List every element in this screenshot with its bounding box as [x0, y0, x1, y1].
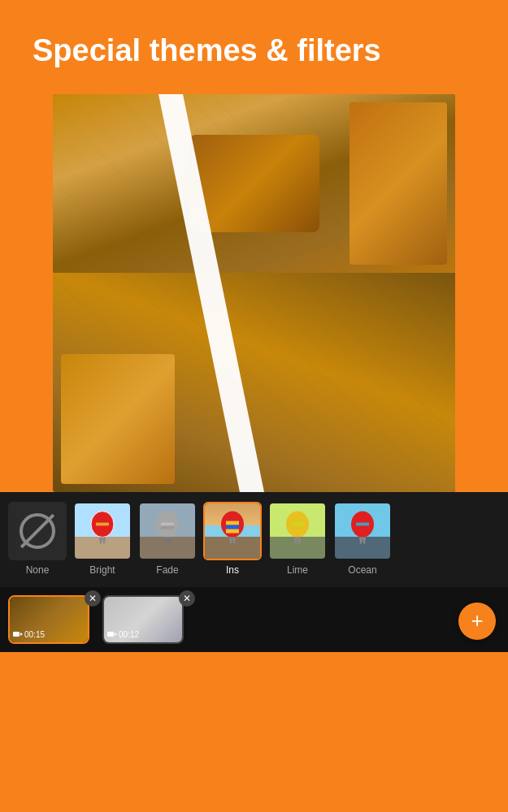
balloon-ins-icon — [218, 509, 247, 545]
balloon-fade-icon — [153, 509, 182, 545]
filter-item-ins[interactable]: Ins — [203, 502, 262, 576]
video-preview — [53, 94, 455, 492]
clip-1-thumbnail[interactable]: 00:15 — [8, 595, 89, 644]
filter-fade-label: Fade — [156, 564, 178, 576]
filter-none-thumbnail — [8, 502, 67, 560]
filter-ins-bg — [205, 503, 260, 559]
svg-rect-8 — [161, 525, 174, 529]
clip-1-wrapper: 00:15 ✕ — [8, 595, 96, 644]
svg-marker-28 — [20, 633, 23, 636]
filter-none-label: None — [26, 564, 50, 576]
timeline-strip: 00:15 ✕ 00:12 ✕ + — [0, 587, 508, 652]
svg-rect-23 — [356, 522, 369, 525]
svg-marker-4 — [99, 537, 102, 543]
balloon-bright-icon — [88, 509, 117, 545]
filter-bright-thumbnail — [73, 502, 132, 560]
svg-marker-10 — [167, 537, 171, 543]
svg-marker-26 — [363, 537, 366, 543]
filter-lime-label: Lime — [287, 564, 308, 576]
filter-ins-label: Ins — [226, 564, 239, 576]
page-title: Special themes & filters — [33, 32, 475, 70]
filter-lime-thumbnail — [268, 502, 327, 560]
video-icon — [13, 631, 23, 637]
filter-lime-bg — [270, 503, 325, 559]
clip-1-duration: 00:15 — [13, 630, 45, 639]
svg-rect-29 — [107, 632, 114, 637]
svg-rect-27 — [13, 632, 20, 637]
filter-ocean-thumbnail — [333, 502, 392, 560]
clip-2-duration: 00:12 — [107, 630, 139, 639]
clip-2-wrapper: 00:12 ✕ — [102, 595, 190, 644]
svg-marker-5 — [102, 537, 106, 543]
filter-bright-bg — [75, 503, 130, 559]
filter-fade-bg — [140, 503, 195, 559]
filter-item-fade[interactable]: Fade — [138, 502, 197, 576]
clip-2-remove-button[interactable]: ✕ — [179, 590, 195, 607]
filter-item-bright[interactable]: Bright — [73, 502, 132, 576]
filter-item-none[interactable]: None — [8, 502, 67, 576]
filter-ins-thumbnail — [203, 502, 262, 560]
filter-bar: None Bright — [0, 492, 508, 587]
clip-2-thumbnail[interactable]: 00:12 — [102, 595, 184, 644]
filter-ocean-label: Ocean — [348, 564, 376, 576]
svg-rect-12 — [226, 520, 239, 525]
filter-slash-overlay — [53, 94, 455, 492]
svg-marker-30 — [115, 633, 117, 636]
video-background — [53, 94, 455, 492]
balloon-ocean-icon — [348, 509, 377, 545]
add-clip-button[interactable]: + — [458, 603, 496, 640]
svg-rect-18 — [291, 522, 304, 525]
svg-rect-13 — [226, 525, 239, 529]
filter-ocean-bg — [335, 503, 390, 559]
svg-rect-19 — [291, 525, 304, 529]
svg-marker-9 — [164, 537, 167, 543]
header-section: Special themes & filters — [0, 0, 508, 86]
filter-scroll-container: None Bright — [8, 502, 500, 579]
svg-marker-21 — [297, 537, 301, 543]
filter-item-lime[interactable]: Lime — [268, 502, 327, 576]
svg-rect-7 — [161, 522, 174, 525]
svg-marker-20 — [294, 537, 297, 543]
no-filter-icon — [20, 513, 55, 549]
svg-rect-2 — [96, 522, 109, 525]
video-icon-2 — [107, 631, 117, 637]
balloon-lime-icon — [283, 509, 312, 545]
svg-marker-15 — [229, 537, 232, 543]
svg-marker-16 — [232, 537, 236, 543]
filter-bright-label: Bright — [89, 564, 115, 576]
svg-rect-3 — [96, 525, 109, 529]
clip-1-remove-button[interactable]: ✕ — [85, 590, 101, 607]
svg-marker-25 — [359, 537, 363, 543]
filter-fade-thumbnail — [138, 502, 197, 560]
filter-item-ocean[interactable]: Ocean — [333, 502, 392, 576]
svg-rect-24 — [356, 525, 369, 529]
svg-rect-14 — [226, 529, 239, 533]
